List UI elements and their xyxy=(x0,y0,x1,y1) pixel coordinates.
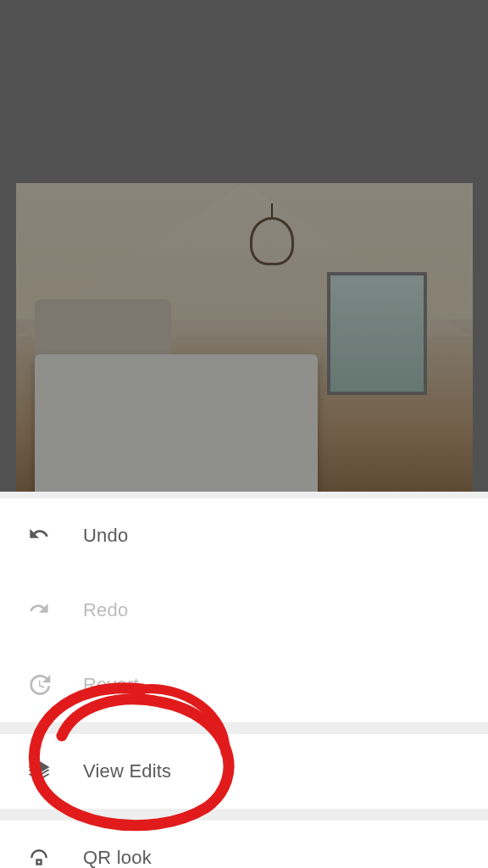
revert-row[interactable]: Revert xyxy=(0,648,488,722)
undo-row[interactable]: Undo xyxy=(0,498,488,573)
view-edits-label: View Edits xyxy=(83,760,171,782)
actions-bottom-sheet: Undo Redo Revert View Edits xyxy=(0,492,488,868)
redo-icon xyxy=(24,595,54,626)
redo-label: Redo xyxy=(83,599,128,621)
undo-label: Undo xyxy=(83,525,128,547)
qr-look-row[interactable]: QR look xyxy=(0,821,488,868)
undo-icon xyxy=(24,520,54,551)
history-icon xyxy=(24,670,54,700)
qr-look-label: QR look xyxy=(83,847,152,868)
layers-icon xyxy=(24,756,54,787)
revert-label: Revert xyxy=(83,674,139,696)
edits-panel: View Edits xyxy=(0,734,488,809)
qr-look-icon xyxy=(24,843,54,868)
app-stage: Undo Redo Revert View Edits xyxy=(0,0,488,868)
view-edits-row[interactable]: View Edits xyxy=(0,734,488,809)
qr-panel: QR look xyxy=(0,821,488,868)
redo-row[interactable]: Redo xyxy=(0,573,488,648)
history-panel: Undo Redo Revert xyxy=(0,498,488,722)
